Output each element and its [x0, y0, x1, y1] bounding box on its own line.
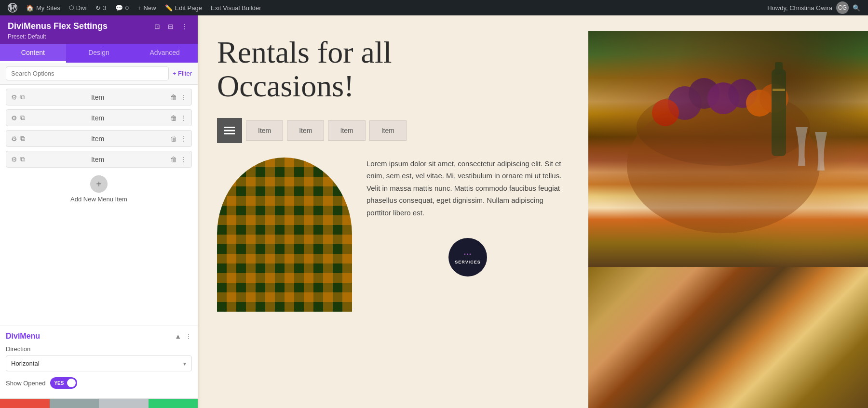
add-new-button[interactable]: + — [90, 175, 108, 193]
right-image-top — [588, 31, 868, 267]
divi-menu-more-icon[interactable]: ⋮ — [185, 332, 192, 340]
nav-item-2[interactable]: Item — [287, 120, 324, 141]
svg-rect-12 — [772, 69, 786, 156]
menu-item-row: ⚙ ⧉ Item 🗑 ⋮ — [6, 151, 192, 168]
more-icon[interactable]: ⋮ — [179, 22, 190, 31]
toggle-yes-label: YES — [54, 381, 64, 386]
edit-icon: ✏️ — [165, 4, 173, 12]
show-opened-label: Show Opened — [6, 380, 45, 387]
search-icon[interactable]: 🔍 — [853, 4, 860, 12]
menu-item-label-3: Item — [29, 135, 166, 143]
preset-label[interactable]: Preset: Default — [8, 33, 190, 40]
copy-icon-4[interactable]: ⧉ — [20, 155, 25, 163]
toggle-knob — [67, 379, 76, 387]
comment-icon: 💬 — [115, 4, 123, 12]
add-new-section: + Add New Menu Item — [6, 171, 192, 211]
comments-link[interactable]: 💬 0 — [111, 0, 133, 15]
tab-content[interactable]: Content — [0, 44, 66, 63]
menu-item-label-1: Item — [29, 93, 166, 101]
divi-menu-title[interactable]: DiviMenu — [6, 332, 40, 341]
settings-icon-4[interactable]: ⚙ — [11, 156, 17, 163]
cancel-button[interactable]: ✕ — [0, 399, 50, 408]
menu-item-row: ⚙ ⧉ Item 🗑 ⋮ — [6, 89, 192, 105]
delete-icon-4[interactable]: 🗑 — [170, 156, 177, 163]
right-image-panel — [588, 31, 868, 408]
delete-icon-2[interactable]: 🗑 — [170, 114, 177, 122]
panel-header: DiviMenus Flex Settings ⊡ ⊟ ⋮ Preset: De… — [0, 15, 198, 44]
show-opened-toggle[interactable]: YES — [50, 377, 77, 389]
user-info: Howdy, Christina Gwira CG 🔍 — [767, 1, 864, 14]
divi-icon: ⬡ — [69, 4, 74, 11]
divi-menu-section: DiviMenu ▲ ⋮ Direction Horizontal Vertic… — [0, 326, 198, 398]
nav-item-4[interactable]: Item — [369, 120, 407, 141]
admin-bar: 🏠 My Sites ⬡ Divi ↻ 3 💬 0 + New ✏️ Edit … — [0, 0, 868, 15]
direction-label: Direction — [6, 345, 192, 353]
panel-title: DiviMenus Flex Settings — [8, 21, 108, 31]
copy-icon-2[interactable]: ⧉ — [20, 114, 25, 122]
add-new-label[interactable]: Add New Menu Item — [70, 196, 127, 203]
delete-icon-3[interactable]: 🗑 — [170, 135, 177, 143]
svg-rect-0 — [224, 127, 235, 128]
nav-item-1[interactable]: Item — [246, 120, 283, 141]
hamburger-menu[interactable] — [217, 118, 242, 143]
search-bar: + Filter — [0, 63, 198, 85]
redo-button[interactable]: ↻ — [99, 399, 149, 408]
my-sites-link[interactable]: 🏠 My Sites — [22, 0, 64, 15]
menu-item-label-4: Item — [29, 156, 166, 163]
columns-icon[interactable]: ⊟ — [166, 22, 176, 31]
more-icon-3[interactable]: ⋮ — [180, 135, 187, 143]
more-icon-2[interactable]: ⋮ — [180, 114, 187, 122]
nav-item-3[interactable]: Item — [328, 120, 365, 141]
menu-item-row: ⚙ ⧉ Item 🗑 ⋮ — [6, 130, 192, 147]
home-icon: 🏠 — [26, 4, 34, 12]
bottom-action-bar: ✕ ↺ ↻ ✓ — [0, 398, 198, 408]
refresh-link[interactable]: ↻ 3 — [92, 0, 110, 15]
divi-link[interactable]: ⬡ Divi — [65, 0, 91, 15]
svg-rect-13 — [775, 62, 783, 74]
svg-rect-2 — [224, 133, 235, 134]
plus-icon: + — [137, 4, 141, 12]
menu-item-label-2: Item — [29, 114, 166, 122]
settings-icon-1[interactable]: ⚙ — [11, 93, 17, 101]
wp-logo[interactable] — [4, 0, 21, 15]
copy-icon-1[interactable]: ⧉ — [20, 93, 25, 101]
more-icon-4[interactable]: ⋮ — [180, 156, 187, 163]
panel-tabs: Content Design Advanced — [0, 44, 198, 63]
settings-icon-2[interactable]: ⚙ — [11, 114, 17, 122]
exit-builder-link[interactable]: Exit Visual Builder — [207, 0, 265, 15]
search-input[interactable] — [6, 66, 169, 80]
filter-button[interactable]: + Filter — [173, 70, 192, 77]
collapse-icon[interactable]: ▲ — [175, 332, 181, 340]
svg-rect-14 — [773, 89, 785, 91]
menu-items-list: ⚙ ⧉ Item 🗑 ⋮ ⚙ ⧉ Item 🗑 ⋮ — [0, 85, 198, 326]
nav-bar: Item Item Item Item — [217, 118, 569, 143]
svg-rect-1 — [224, 130, 235, 131]
restore-icon[interactable]: ⊡ — [152, 22, 162, 31]
svg-point-11 — [652, 99, 679, 126]
hero-heading: Rentals for all Occasions! — [217, 36, 569, 104]
direction-select[interactable]: Horizontal Vertical — [6, 355, 192, 371]
page-content: Rentals for all Occasions! Item Item It — [198, 31, 868, 408]
new-link[interactable]: + New — [134, 0, 160, 15]
tab-design[interactable]: Design — [66, 44, 132, 63]
right-image-bottom — [588, 267, 868, 408]
settings-panel: DiviMenus Flex Settings ⊡ ⊟ ⋮ Preset: De… — [0, 15, 198, 408]
save-button[interactable]: ✓ — [149, 399, 198, 408]
delete-icon-1[interactable]: 🗑 — [170, 93, 177, 101]
tab-advanced[interactable]: Advanced — [132, 44, 198, 63]
copy-icon-3[interactable]: ⧉ — [20, 134, 25, 143]
more-icon-1[interactable]: ⋮ — [180, 93, 187, 101]
edit-page-link[interactable]: ✏️ Edit Page — [161, 0, 206, 15]
body-text: Lorem ipsum dolor sit amet, consectetur … — [366, 158, 569, 219]
reset-button[interactable]: ↺ — [50, 399, 99, 408]
settings-icon-3[interactable]: ⚙ — [11, 135, 17, 143]
refresh-icon: ↻ — [95, 4, 101, 12]
page-canvas: Rentals for all Occasions! Item Item It — [198, 15, 868, 408]
avatar: CG — [836, 1, 849, 14]
menu-item-row: ⚙ ⧉ Item 🗑 ⋮ — [6, 109, 192, 126]
show-opened-row: Show Opened YES — [6, 377, 192, 389]
